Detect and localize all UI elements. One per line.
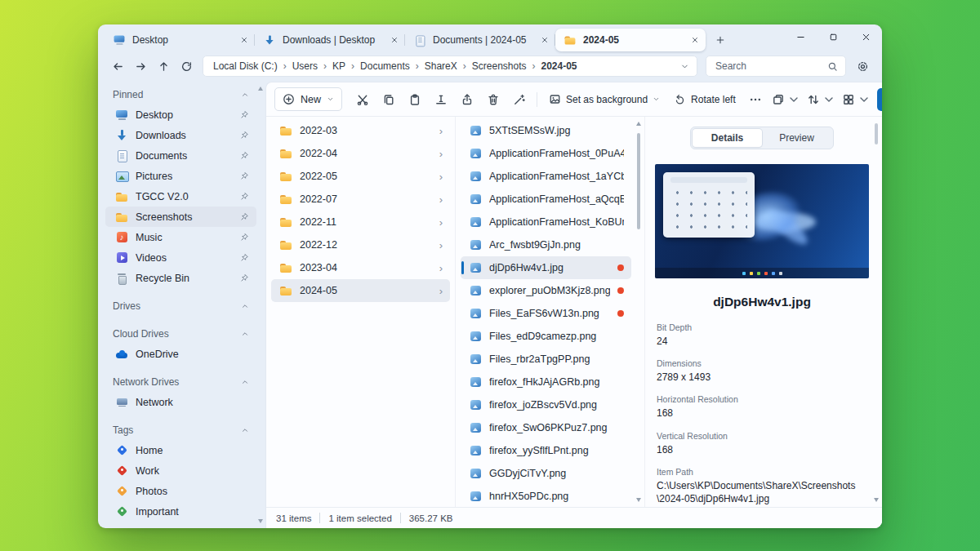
more-commands-button[interactable] [743,87,768,111]
sidebar-item[interactable]: Documents [105,145,256,166]
breadcrumb[interactable]: Local Disk (C:) › Users › KP › [203,56,697,77]
tab[interactable]: Desktop [105,29,255,51]
paste-button[interactable] [402,87,427,111]
section-header-cloud-drives[interactable]: Cloud Drives [105,324,257,344]
folder-row[interactable]: 2022-05 › [271,165,450,188]
expand-chevron-icon[interactable]: › [439,286,443,296]
rename-button[interactable] [428,87,453,111]
sidebar-item[interactable]: Network [105,392,256,412]
chevron-up-icon[interactable] [241,302,249,310]
details-pane-toggle-button[interactable] [877,88,882,111]
breadcrumb-item[interactable]: Screenshots [470,60,528,72]
tab-preview[interactable]: Preview [762,129,831,147]
share-button[interactable] [454,87,479,111]
section-header-network-drives[interactable]: Network Drives [105,372,257,392]
copy-button[interactable] [376,87,401,111]
scrollbar-thumb[interactable] [875,123,878,144]
sidebar-scrollbar[interactable] [256,85,265,525]
expand-chevron-icon[interactable]: › [439,126,443,136]
scroll-down-arrow[interactable] [258,519,263,523]
sidebar-item[interactable]: Music [105,227,256,247]
files-scrollbar[interactable] [635,120,643,504]
scroll-down-arrow[interactable] [874,498,879,502]
scroll-down-arrow[interactable] [636,498,641,502]
file-row[interactable]: ApplicationFrameHost_1aYCbz1b... [461,165,631,188]
tab[interactable]: Documents | 2024-05 [405,29,555,51]
chevron-up-icon[interactable] [241,330,249,338]
chevron-up-icon[interactable] [241,91,249,99]
chevron-up-icon[interactable] [241,426,249,434]
file-row[interactable]: 5XTtSEMSsW.jpg [461,119,631,142]
file-row[interactable]: Files_edD9camezp.png [461,325,631,348]
file-row[interactable]: Files_rbr2aTpgPP.png [461,348,631,371]
file-row[interactable]: GGDyjCiTvY.png [461,462,631,485]
search-box[interactable]: Search [706,56,846,77]
folder-row[interactable]: 2022-04 › [271,142,450,165]
sidebar-item[interactable]: OneDrive [105,344,256,364]
file-row[interactable]: firefox_SwO6PKPuz7.png [461,416,631,439]
close-button[interactable] [849,24,882,49]
file-row[interactable]: explorer_puObM3Kjz8.png [461,279,631,302]
set-as-background-button[interactable]: Set as background [542,87,666,111]
delete-button[interactable] [480,87,506,111]
sidebar-item-tag[interactable]: Work [105,460,256,481]
sidebar-item-tag[interactable]: Important [105,501,256,522]
tab-close-icon[interactable] [541,36,549,44]
breadcrumb-item[interactable]: Users [291,60,319,72]
section-header-tags[interactable]: Tags [105,420,257,440]
file-row[interactable]: ApplicationFrameHost_aQcqBMG... [461,188,631,211]
scrollbar-thumb[interactable] [637,133,640,229]
sidebar-item[interactable]: Desktop [105,104,256,125]
expand-chevron-icon[interactable]: › [439,240,443,251]
minimize-button[interactable] [784,24,817,49]
folder-row[interactable]: 2023-04 › [271,256,450,279]
settings-button[interactable] [851,56,874,77]
expand-chevron-icon[interactable]: › [439,171,443,182]
breadcrumb-item[interactable]: ShareX [423,60,459,72]
sidebar-item-tag[interactable]: Home [105,440,256,460]
file-row[interactable]: firefox_yySflfLPnt.png [461,439,631,462]
expand-chevron-icon[interactable]: › [439,149,443,159]
tab-close-icon[interactable] [390,36,399,44]
sidebar-item[interactable]: Downloads [105,125,256,145]
sidebar-item[interactable]: Screenshots [105,207,256,227]
tab-details[interactable]: Details [693,129,762,147]
scroll-up-arrow[interactable] [636,122,641,126]
new-tab-button[interactable] [709,30,732,50]
edit-button[interactable] [506,87,532,111]
folder-row[interactable]: 2024-05 › [271,279,450,302]
expand-chevron-icon[interactable]: › [439,194,443,205]
breadcrumb-item[interactable]: Local Disk (C:) [212,60,279,72]
sidebar-item[interactable]: Videos [105,247,256,268]
rotate-left-button[interactable]: Rotate left [667,87,742,111]
layout-dropdown-button[interactable] [769,87,804,111]
expand-chevron-icon[interactable]: › [439,217,443,228]
tab[interactable]: Downloads | Desktop [255,29,405,51]
folder-row[interactable]: 2022-07 › [271,188,450,211]
chevron-up-icon[interactable] [241,378,249,386]
view-dropdown-button[interactable] [840,87,874,111]
file-row[interactable]: Files_EaFS6vW13n.png [461,302,631,325]
file-row[interactable]: Arc_fwsbt9GjJn.png [461,233,631,256]
maximize-button[interactable] [817,24,849,49]
tab-close-icon[interactable] [240,36,248,44]
breadcrumb-item[interactable]: KP [331,60,347,72]
breadcrumb-item[interactable]: 2024-05 [539,60,578,72]
file-row[interactable]: ApplicationFrameHost_KoBUmsv... [461,211,631,233]
details-scrollbar[interactable] [872,120,880,504]
folder-row[interactable]: 2022-11 › [271,211,450,233]
expand-chevron-icon[interactable]: › [439,263,443,273]
new-button[interactable]: New [274,87,342,111]
address-dropdown-icon[interactable] [680,62,689,71]
up-button[interactable] [152,56,175,77]
back-button[interactable] [106,56,129,77]
sidebar-item[interactable]: Pictures [105,166,256,186]
sidebar-item[interactable]: TGCC V2.0 [105,186,256,207]
file-row[interactable]: ApplicationFrameHost_0PuA4QQ... [461,142,631,165]
file-row[interactable]: djDp6Hw4v1.jpg [461,256,631,279]
file-row[interactable]: firefox_joZBscv5Vd.png [461,393,631,416]
sidebar-item[interactable]: Recycle Bin [105,268,256,288]
file-row[interactable]: firefox_fHkJAjAGRb.png [461,371,631,393]
tab-close-icon[interactable] [691,36,699,44]
sort-dropdown-button[interactable] [804,87,839,111]
